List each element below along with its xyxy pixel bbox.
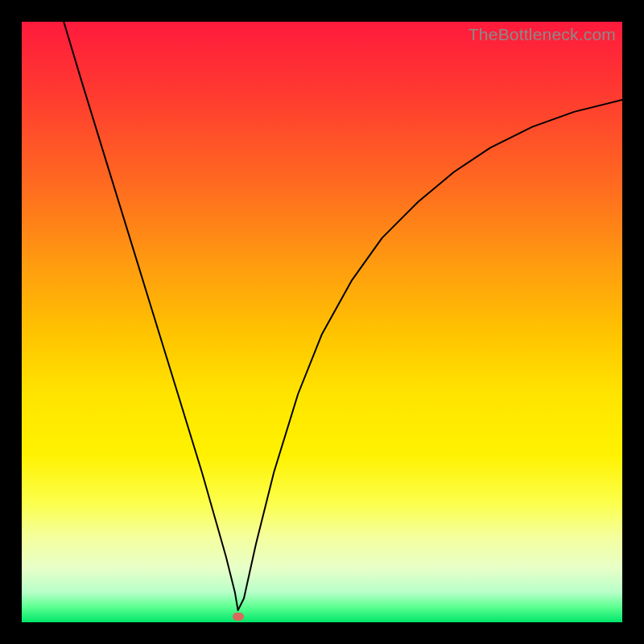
bottleneck-curve <box>22 22 622 622</box>
chart-frame: TheBottleneck.com <box>0 0 644 644</box>
watermark-text: TheBottleneck.com <box>469 25 616 44</box>
plot-area: TheBottleneck.com <box>22 22 622 622</box>
optimum-marker <box>233 613 244 621</box>
